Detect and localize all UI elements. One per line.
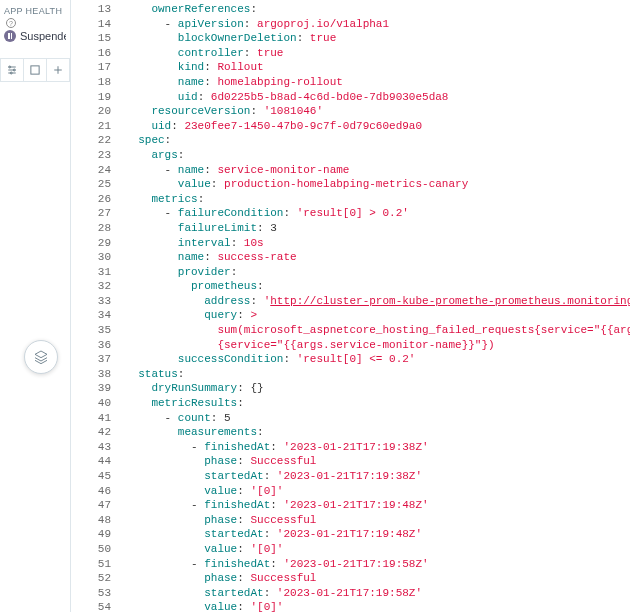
code-line: - name: service-monitor-name [125,163,630,178]
code-line: args: [125,148,630,163]
line-number: 39 [71,381,111,396]
line-number: 44 [71,454,111,469]
line-number: 32 [71,279,111,294]
plus-button[interactable] [47,59,70,81]
line-number: 33 [71,294,111,309]
line-number: 23 [71,148,111,163]
code-line: failureLimit: 3 [125,221,630,236]
code-line: value: '[0]' [125,600,630,612]
line-number: 51 [71,557,111,572]
line-number: 50 [71,542,111,557]
line-number: 38 [71,367,111,382]
code-line: - finishedAt: '2023-01-21T17:19:38Z' [125,440,630,455]
pause-icon [4,30,16,42]
line-number: 31 [71,265,111,280]
plus-icon [52,64,64,76]
line-number: 24 [71,163,111,178]
line-number: 52 [71,571,111,586]
line-number: 28 [71,221,111,236]
help-icon[interactable]: ? [6,18,16,28]
line-number: 45 [71,469,111,484]
code-line: measurements: [125,425,630,440]
line-number: 27 [71,206,111,221]
app-health-label: APP HEALTH [4,6,62,16]
line-number: 15 [71,31,111,46]
expand-button[interactable] [24,59,47,81]
code-line: provider: [125,265,630,280]
line-gutter: 1314151617181920212223242526272829303132… [71,0,121,612]
line-number: 36 [71,338,111,353]
line-number: 16 [71,46,111,61]
code-line: value: production-homelabping-metrics-ca… [125,177,630,192]
yaml-code[interactable]: ownerReferences: - apiVersion: argoproj.… [121,0,630,612]
code-line: kind: Rollout [125,60,630,75]
code-line: status: [125,367,630,382]
code-line: - finishedAt: '2023-01-21T17:19:58Z' [125,557,630,572]
layers-fab[interactable] [24,340,58,374]
code-line: blockOwnerDeletion: true [125,31,630,46]
line-number: 18 [71,75,111,90]
line-number: 29 [71,236,111,251]
status-text: Suspended [20,30,66,42]
sliders-icon [6,64,18,76]
line-number: 53 [71,586,111,601]
line-number: 21 [71,119,111,134]
line-number: 49 [71,527,111,542]
line-number: 41 [71,411,111,426]
line-number: 13 [71,2,111,17]
code-line: - apiVersion: argoproj.io/v1alpha1 [125,17,630,32]
line-number: 48 [71,513,111,528]
code-line: uid: 23e0fee7-1450-47b0-9c7f-0d79c60ed9a… [125,119,630,134]
code-line: spec: [125,133,630,148]
line-number: 46 [71,484,111,499]
line-number: 40 [71,396,111,411]
code-line: value: '[0]' [125,484,630,499]
code-line: phase: Successful [125,571,630,586]
code-line: startedAt: '2023-01-21T17:19:48Z' [125,527,630,542]
code-line: metricResults: [125,396,630,411]
line-number: 14 [71,17,111,32]
line-number: 26 [71,192,111,207]
mini-toolbar [0,58,70,82]
line-number: 30 [71,250,111,265]
code-line: successCondition: 'result[0] <= 0.2' [125,352,630,367]
code-line: metrics: [125,192,630,207]
line-number: 17 [71,60,111,75]
code-line: query: > [125,308,630,323]
line-number: 47 [71,498,111,513]
line-number: 37 [71,352,111,367]
code-line: dryRunSummary: {} [125,381,630,396]
code-line: prometheus: [125,279,630,294]
line-number: 42 [71,425,111,440]
code-line: - finishedAt: '2023-01-21T17:19:48Z' [125,498,630,513]
code-line: value: '[0]' [125,542,630,557]
line-number: 43 [71,440,111,455]
code-line: sum(microsoft_aspnetcore_hosting_failed_… [125,323,630,338]
code-line: address: 'http://cluster-prom-kube-prome… [125,294,630,309]
side-panel: APP HEALTH ? Suspended [0,0,70,612]
code-line: ownerReferences: [125,2,630,17]
code-line: - failureCondition: 'result[0] > 0.2' [125,206,630,221]
line-number: 19 [71,90,111,105]
code-line: - count: 5 [125,411,630,426]
code-panel: 1314151617181920212223242526272829303132… [70,0,630,612]
code-line: interval: 10s [125,236,630,251]
code-line: resourceVersion: '1081046' [125,104,630,119]
code-line: name: homelabping-rollout [125,75,630,90]
line-number: 54 [71,600,111,612]
line-number: 20 [71,104,111,119]
line-number: 35 [71,323,111,338]
expand-icon [29,64,41,76]
code-line: startedAt: '2023-01-21T17:19:38Z' [125,469,630,484]
status-row: Suspended [0,30,70,42]
line-number: 22 [71,133,111,148]
code-line: phase: Successful [125,513,630,528]
code-line: name: success-rate [125,250,630,265]
svg-rect-3 [31,66,39,74]
line-number: 34 [71,308,111,323]
adjust-button[interactable] [1,59,24,81]
code-line: {service="{{args.service-monitor-name}}"… [125,338,630,353]
code-line: controller: true [125,46,630,61]
code-line: startedAt: '2023-01-21T17:19:58Z' [125,586,630,601]
layers-icon [33,349,49,365]
